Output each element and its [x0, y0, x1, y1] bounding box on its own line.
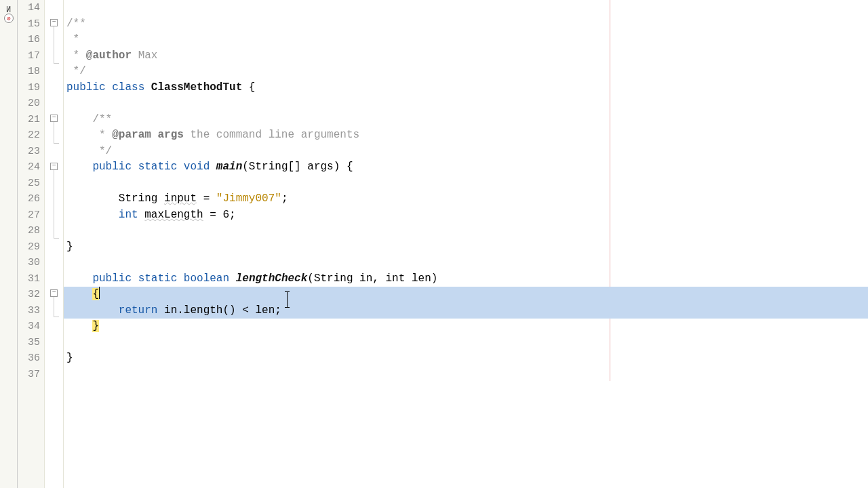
code-line: public static boolean lengthCheck(String… — [64, 271, 868, 287]
code-line: * — [64, 32, 868, 48]
mouse-text-cursor-icon — [287, 291, 288, 308]
line-number: 22 — [18, 127, 40, 144]
line-number: 30 — [18, 255, 40, 271]
code-editor: И ⊘ 14 15 16 17 18 19 20 21 22 23 24 25 … — [0, 0, 868, 488]
line-number: 31 — [18, 271, 40, 287]
text-caret — [99, 287, 100, 299]
error-badge-icon[interactable]: ⊘ — [4, 14, 14, 23]
code-line: * @author Max — [64, 48, 868, 64]
fold-toggle-icon[interactable]: − — [50, 163, 58, 170]
line-number: 18 — [18, 64, 40, 80]
fold-gutter: − − − − — [45, 0, 64, 488]
code-line: } — [64, 319, 868, 335]
code-line: */ — [64, 144, 868, 160]
line-number: 26 — [18, 191, 40, 207]
code-line: /** — [64, 112, 868, 128]
code-line: public static void main(String[] args) { — [64, 159, 868, 176]
line-number: 14 — [18, 0, 40, 16]
matched-brace: { — [92, 288, 99, 300]
line-number-gutter[interactable]: 14 15 16 17 18 19 20 21 22 23 24 25 26 2… — [18, 0, 45, 488]
navigator-strip: И ⊘ — [0, 0, 18, 488]
code-line: public class ClassMethodTut { — [64, 80, 868, 96]
line-number: 33 — [18, 303, 40, 319]
line-number: 17 — [18, 48, 40, 64]
fold-toggle-icon[interactable]: − — [50, 19, 58, 26]
matched-brace: } — [92, 320, 99, 332]
line-number: 16 — [18, 32, 40, 48]
code-line: int maxLength = 6; — [64, 207, 868, 224]
fold-toggle-icon[interactable]: − — [50, 115, 58, 122]
code-line: String input = "Jimmy007"; — [64, 191, 868, 207]
line-number: 37 — [18, 367, 40, 383]
code-line: } — [64, 350, 868, 367]
code-line: return in.length() < len; — [64, 303, 868, 319]
line-number: 23 — [18, 144, 40, 160]
line-number: 29 — [18, 239, 40, 256]
line-number: 19 — [18, 80, 40, 96]
code-line: */ — [64, 64, 868, 80]
code-line: /** — [64, 16, 868, 33]
line-number: 15 — [18, 16, 40, 33]
code-text-area[interactable]: /** * * @author Max */ public class Clas… — [64, 0, 868, 488]
line-number: 28 — [18, 223, 40, 239]
line-number: 34 — [18, 319, 40, 335]
line-number: 27 — [18, 207, 40, 224]
code-line: } — [64, 239, 868, 256]
line-number: 36 — [18, 350, 40, 367]
code-line: { — [64, 287, 868, 303]
line-number: 20 — [18, 96, 40, 112]
line-number: 25 — [18, 176, 40, 192]
line-number: 21 — [18, 112, 40, 128]
fold-toggle-icon[interactable]: − — [50, 289, 58, 297]
line-number: 24 — [18, 159, 40, 176]
line-number: 32 — [18, 287, 40, 303]
code-line: * @param args the command line arguments — [64, 127, 868, 144]
line-number: 35 — [18, 335, 40, 351]
